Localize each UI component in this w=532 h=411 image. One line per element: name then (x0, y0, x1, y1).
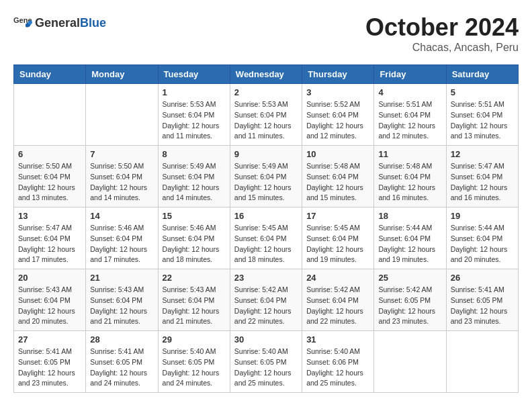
calendar-cell: 3Sunrise: 5:52 AMSunset: 6:04 PMDaylight… (302, 84, 374, 146)
day-number: 14 (90, 211, 153, 221)
calendar-cell (446, 331, 518, 393)
calendar-cell: 1Sunrise: 5:53 AMSunset: 6:04 PMDaylight… (158, 84, 230, 146)
day-number: 9 (234, 149, 298, 159)
day-number: 6 (18, 149, 81, 159)
day-number: 26 (451, 273, 514, 283)
calendar-cell: 16Sunrise: 5:45 AMSunset: 6:04 PMDayligh… (230, 208, 302, 269)
day-detail: Sunrise: 5:41 AMSunset: 6:05 PMDaylight:… (451, 285, 514, 327)
day-number: 28 (90, 334, 153, 345)
day-detail: Sunrise: 5:42 AMSunset: 6:04 PMDaylight:… (234, 285, 298, 327)
calendar-cell: 2Sunrise: 5:53 AMSunset: 6:04 PMDaylight… (230, 84, 302, 146)
calendar-cell: 28Sunrise: 5:41 AMSunset: 6:05 PMDayligh… (86, 331, 158, 393)
day-detail: Sunrise: 5:41 AMSunset: 6:05 PMDaylight:… (18, 347, 81, 389)
day-detail: Sunrise: 5:52 AMSunset: 6:04 PMDaylight:… (306, 99, 369, 142)
day-number: 22 (163, 273, 226, 283)
calendar-cell: 31Sunrise: 5:40 AMSunset: 6:06 PMDayligh… (302, 331, 374, 393)
day-number: 18 (378, 211, 441, 221)
day-number: 2 (234, 87, 298, 97)
day-detail: Sunrise: 5:51 AMSunset: 6:04 PMDaylight:… (378, 99, 441, 142)
calendar-cell: 20Sunrise: 5:43 AMSunset: 6:04 PMDayligh… (14, 269, 86, 331)
day-number: 10 (306, 149, 369, 159)
day-number: 3 (306, 87, 369, 97)
day-detail: Sunrise: 5:50 AMSunset: 6:04 PMDaylight:… (18, 161, 81, 203)
page-header: General GeneralBlue October 2024 Chacas,… (13, 13, 519, 54)
location-title: Chacas, Ancash, Peru (365, 42, 519, 54)
day-detail: Sunrise: 5:43 AMSunset: 6:04 PMDaylight:… (18, 285, 81, 327)
logo-blue-text: Blue (80, 16, 106, 30)
day-detail: Sunrise: 5:41 AMSunset: 6:05 PMDaylight:… (90, 347, 153, 389)
calendar-cell: 26Sunrise: 5:41 AMSunset: 6:05 PMDayligh… (446, 269, 518, 331)
day-detail: Sunrise: 5:48 AMSunset: 6:04 PMDaylight:… (306, 161, 369, 203)
day-number: 29 (163, 334, 226, 345)
calendar-cell (86, 84, 158, 146)
day-number: 30 (234, 334, 298, 345)
calendar-cell: 6Sunrise: 5:50 AMSunset: 6:04 PMDaylight… (14, 146, 86, 208)
day-detail: Sunrise: 5:43 AMSunset: 6:04 PMDaylight:… (90, 285, 153, 327)
day-number: 19 (451, 211, 514, 221)
day-detail: Sunrise: 5:44 AMSunset: 6:04 PMDaylight:… (378, 223, 441, 265)
calendar-cell: 4Sunrise: 5:51 AMSunset: 6:04 PMDaylight… (374, 84, 446, 146)
day-detail: Sunrise: 5:42 AMSunset: 6:05 PMDaylight:… (378, 285, 441, 327)
calendar-cell: 23Sunrise: 5:42 AMSunset: 6:04 PMDayligh… (230, 269, 302, 331)
logo-icon: General (13, 13, 32, 32)
calendar-week-5: 27Sunrise: 5:41 AMSunset: 6:05 PMDayligh… (14, 331, 519, 393)
col-wednesday: Wednesday (230, 65, 302, 84)
calendar-cell: 9Sunrise: 5:49 AMSunset: 6:04 PMDaylight… (230, 146, 302, 208)
calendar-cell: 5Sunrise: 5:51 AMSunset: 6:04 PMDaylight… (446, 84, 518, 146)
calendar-cell: 29Sunrise: 5:40 AMSunset: 6:05 PMDayligh… (158, 331, 230, 393)
calendar-cell: 19Sunrise: 5:44 AMSunset: 6:04 PMDayligh… (446, 208, 518, 269)
calendar-cell: 13Sunrise: 5:47 AMSunset: 6:04 PMDayligh… (14, 208, 86, 269)
day-detail: Sunrise: 5:49 AMSunset: 6:04 PMDaylight:… (163, 161, 226, 203)
calendar-cell: 14Sunrise: 5:46 AMSunset: 6:04 PMDayligh… (86, 208, 158, 269)
calendar-cell: 8Sunrise: 5:49 AMSunset: 6:04 PMDaylight… (158, 146, 230, 208)
day-number: 31 (306, 334, 369, 345)
day-number: 4 (378, 87, 441, 97)
calendar-cell: 11Sunrise: 5:48 AMSunset: 6:04 PMDayligh… (374, 146, 446, 208)
calendar-cell (374, 331, 446, 393)
calendar-week-3: 13Sunrise: 5:47 AMSunset: 6:04 PMDayligh… (14, 208, 519, 269)
calendar-week-2: 6Sunrise: 5:50 AMSunset: 6:04 PMDaylight… (14, 146, 519, 208)
day-detail: Sunrise: 5:51 AMSunset: 6:04 PMDaylight:… (451, 99, 514, 142)
day-number: 17 (306, 211, 369, 221)
day-number: 11 (378, 149, 441, 159)
col-saturday: Saturday (446, 65, 518, 84)
day-detail: Sunrise: 5:53 AMSunset: 6:04 PMDaylight:… (163, 99, 226, 142)
calendar-week-1: 1Sunrise: 5:53 AMSunset: 6:04 PMDaylight… (14, 84, 519, 146)
day-detail: Sunrise: 5:42 AMSunset: 6:04 PMDaylight:… (306, 285, 369, 327)
day-number: 16 (234, 211, 298, 221)
day-number: 1 (163, 87, 226, 97)
day-detail: Sunrise: 5:45 AMSunset: 6:04 PMDaylight:… (234, 223, 298, 265)
calendar-header-row: Sunday Monday Tuesday Wednesday Thursday… (14, 65, 519, 84)
calendar-cell: 22Sunrise: 5:43 AMSunset: 6:04 PMDayligh… (158, 269, 230, 331)
day-number: 27 (18, 334, 81, 345)
col-sunday: Sunday (14, 65, 86, 84)
logo: General GeneralBlue (13, 13, 106, 32)
day-number: 24 (306, 273, 369, 283)
calendar-cell: 17Sunrise: 5:45 AMSunset: 6:04 PMDayligh… (302, 208, 374, 269)
day-number: 20 (18, 273, 81, 283)
col-friday: Friday (374, 65, 446, 84)
logo-wordmark: GeneralBlue (35, 16, 106, 30)
logo-general-text: General (35, 16, 80, 30)
day-detail: Sunrise: 5:46 AMSunset: 6:04 PMDaylight:… (163, 223, 226, 265)
day-number: 23 (234, 273, 298, 283)
calendar-table: Sunday Monday Tuesday Wednesday Thursday… (13, 64, 519, 393)
day-number: 13 (18, 211, 81, 221)
day-number: 21 (90, 273, 153, 283)
col-monday: Monday (86, 65, 158, 84)
calendar-cell: 12Sunrise: 5:47 AMSunset: 6:04 PMDayligh… (446, 146, 518, 208)
calendar-cell: 21Sunrise: 5:43 AMSunset: 6:04 PMDayligh… (86, 269, 158, 331)
calendar-cell: 18Sunrise: 5:44 AMSunset: 6:04 PMDayligh… (374, 208, 446, 269)
day-detail: Sunrise: 5:50 AMSunset: 6:04 PMDaylight:… (90, 161, 153, 203)
calendar-cell: 7Sunrise: 5:50 AMSunset: 6:04 PMDaylight… (86, 146, 158, 208)
day-detail: Sunrise: 5:40 AMSunset: 6:06 PMDaylight:… (306, 347, 369, 389)
day-detail: Sunrise: 5:45 AMSunset: 6:04 PMDaylight:… (306, 223, 369, 265)
col-thursday: Thursday (302, 65, 374, 84)
calendar-week-4: 20Sunrise: 5:43 AMSunset: 6:04 PMDayligh… (14, 269, 519, 331)
day-number: 15 (163, 211, 226, 221)
day-detail: Sunrise: 5:47 AMSunset: 6:04 PMDaylight:… (451, 161, 514, 203)
day-detail: Sunrise: 5:49 AMSunset: 6:04 PMDaylight:… (234, 161, 298, 203)
day-detail: Sunrise: 5:47 AMSunset: 6:04 PMDaylight:… (18, 223, 81, 265)
day-detail: Sunrise: 5:48 AMSunset: 6:04 PMDaylight:… (378, 161, 441, 203)
day-number: 5 (451, 87, 514, 97)
